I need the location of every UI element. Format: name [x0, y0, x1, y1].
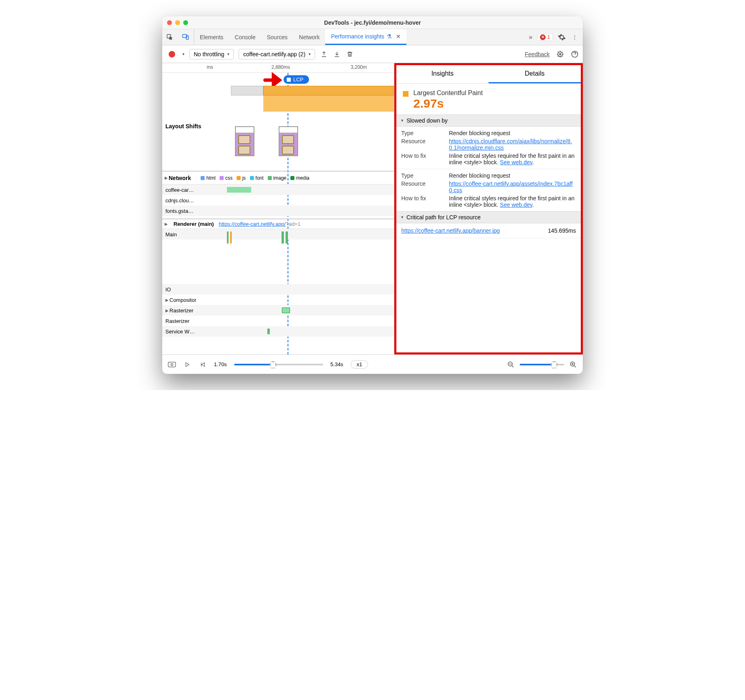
zoom-in-icon[interactable]	[569, 361, 577, 369]
flame-bar[interactable]	[263, 86, 394, 95]
network-row[interactable]: coffee-car…	[162, 185, 394, 195]
legend-image: image	[273, 175, 287, 181]
flame-bar[interactable]	[263, 95, 394, 112]
lcp-pill-swatch-icon	[287, 78, 291, 82]
right-tabs: Insights Details	[396, 65, 581, 84]
recording-dropdown[interactable]: coffee-cart.netlify.app (2)	[239, 49, 315, 59]
thread-label: Rasterizer	[169, 308, 193, 314]
fix-link[interactable]: See web.dev	[500, 159, 532, 165]
network-row[interactable]: fonts.gsta…	[162, 206, 394, 216]
gear-icon[interactable]	[558, 33, 566, 41]
export-icon[interactable]	[320, 50, 328, 58]
kebab-icon[interactable]: ⋮	[571, 33, 579, 41]
device-icon[interactable]	[178, 29, 194, 45]
help-icon[interactable]	[571, 50, 579, 58]
error-badge[interactable]: ✕ 1	[537, 34, 553, 41]
lcp-title: Largest Contentful Paint	[413, 89, 483, 97]
legend-font: font	[256, 175, 264, 181]
close-tab-icon[interactable]: ✕	[396, 33, 401, 40]
tab-sources[interactable]: Sources	[261, 29, 293, 45]
details-pane: Insights Details Largest Contentful Pain…	[394, 63, 583, 354]
tab-insights[interactable]: Insights	[396, 65, 489, 83]
renderer-url[interactable]: https://coffee-cart.netlify.app/	[219, 221, 286, 227]
thread-row[interactable]: IO	[162, 284, 394, 295]
layout-shifts-label: Layout Shifts	[165, 123, 201, 129]
renderer-label: Renderer (main)	[174, 221, 214, 227]
zoom-level[interactable]: x1	[351, 360, 368, 369]
layout-shift-thumb[interactable]	[235, 126, 254, 156]
record-button[interactable]	[169, 51, 175, 57]
critical-path-row: https://coffee-cart.netlify.app/banner.j…	[396, 223, 581, 238]
playback-footer: 1.70s 5.34s x1	[162, 354, 583, 374]
lcp-pill[interactable]: LCP	[284, 75, 309, 84]
renderer-url-query: ?ad=1	[286, 221, 301, 227]
expand-icon[interactable]: ▶	[165, 222, 168, 226]
resource-link[interactable]: https://coffee-cart.netlify.app/assets/i…	[449, 180, 573, 193]
flame-chart	[231, 86, 394, 118]
network-section: ▶ Network html css js font image media c…	[162, 171, 394, 216]
overflow-icon[interactable]: »	[529, 34, 532, 41]
time-slider[interactable]	[234, 364, 323, 365]
fix-link[interactable]: See web.dev	[500, 202, 532, 208]
tab-console[interactable]: Console	[229, 29, 261, 45]
thread-label: Compositor	[169, 297, 196, 303]
thread-row[interactable]: ▶Compositor	[162, 295, 394, 305]
feedback-link[interactable]: Feedback	[525, 51, 550, 57]
legend-media: media	[296, 175, 309, 181]
tab-performance-insights[interactable]: Performance insights ⚗ ✕	[325, 29, 406, 45]
expand-icon[interactable]: ▶	[165, 308, 169, 313]
lcp-value: 2.97s	[413, 97, 483, 110]
expand-icon[interactable]: ▶	[165, 298, 169, 302]
slowed-down-header[interactable]: Slowed down by	[396, 115, 581, 127]
legend: html css js font image media	[201, 175, 309, 181]
throttling-dropdown[interactable]: No throttling	[189, 49, 234, 59]
skip-back-icon[interactable]	[199, 361, 207, 369]
time-start: 1.70s	[214, 361, 227, 367]
layout-shift-thumb[interactable]	[279, 126, 298, 156]
settings-icon[interactable]	[556, 50, 564, 58]
trash-icon[interactable]	[346, 50, 354, 58]
thread-row[interactable]: Main	[162, 229, 394, 240]
thread-row[interactable]: Rasterizer	[162, 316, 394, 326]
network-label: Network	[169, 175, 191, 181]
eye-icon[interactable]	[168, 361, 176, 369]
thread-row[interactable]: ▶Rasterizer	[162, 305, 394, 316]
expand-icon[interactable]: ▶	[165, 176, 168, 180]
zoom-out-icon[interactable]	[507, 361, 515, 369]
resource-link[interactable]: https://cdnjs.cloudflare.com/ajax/libs/n…	[449, 138, 572, 151]
flask-icon: ⚗	[387, 33, 392, 40]
svg-rect-6	[168, 362, 176, 367]
tick-3200: 3,200m	[351, 64, 367, 70]
critical-path-header[interactable]: Critical path for LCP resource	[396, 211, 581, 223]
tab-network[interactable]: Network	[293, 29, 325, 45]
inspect-icon[interactable]	[162, 29, 178, 45]
toolbar: ▾ No throttling coffee-cart.netlify.app …	[162, 45, 583, 63]
crit-label: Critical path for LCP resource	[406, 214, 480, 221]
timeline-pane[interactable]: ms 2,880ms 3,200m LCP Layout Shifts	[162, 63, 394, 354]
type-value: Render blocking request	[449, 130, 576, 136]
play-icon[interactable]	[183, 361, 191, 369]
renderer-section: ▶ Renderer (main) https://coffee-cart.ne…	[162, 218, 394, 337]
type-value: Render blocking request	[449, 172, 576, 179]
net-row-label: coffee-car…	[165, 187, 194, 193]
lcp-pill-label: LCP	[293, 76, 303, 83]
legend-html: html	[206, 175, 216, 181]
thread-row[interactable]: Service W…	[162, 326, 394, 337]
network-row[interactable]: cdnjs.clou…	[162, 195, 394, 206]
record-dropdown-icon[interactable]: ▾	[182, 52, 184, 56]
critical-path-link[interactable]: https://coffee-cart.netlify.app/banner.j…	[401, 227, 500, 234]
zoom-slider[interactable]	[520, 364, 564, 365]
tab-details[interactable]: Details	[489, 65, 581, 83]
import-icon[interactable]	[333, 50, 341, 58]
error-count: 1	[547, 34, 550, 40]
main-area: ms 2,880ms 3,200m LCP Layout Shifts	[162, 63, 583, 354]
flame-bar[interactable]	[231, 86, 263, 95]
lcp-swatch-icon	[403, 91, 408, 97]
throttle-label: No throttling	[194, 51, 224, 57]
legend-js: js	[242, 175, 246, 181]
tick-2880: 2,880ms	[271, 64, 290, 70]
tab-pi-label: Performance insights	[331, 33, 384, 40]
tab-elements[interactable]: Elements	[194, 29, 229, 45]
resource-label: Resource	[401, 180, 446, 193]
type-label: Type	[401, 172, 446, 179]
